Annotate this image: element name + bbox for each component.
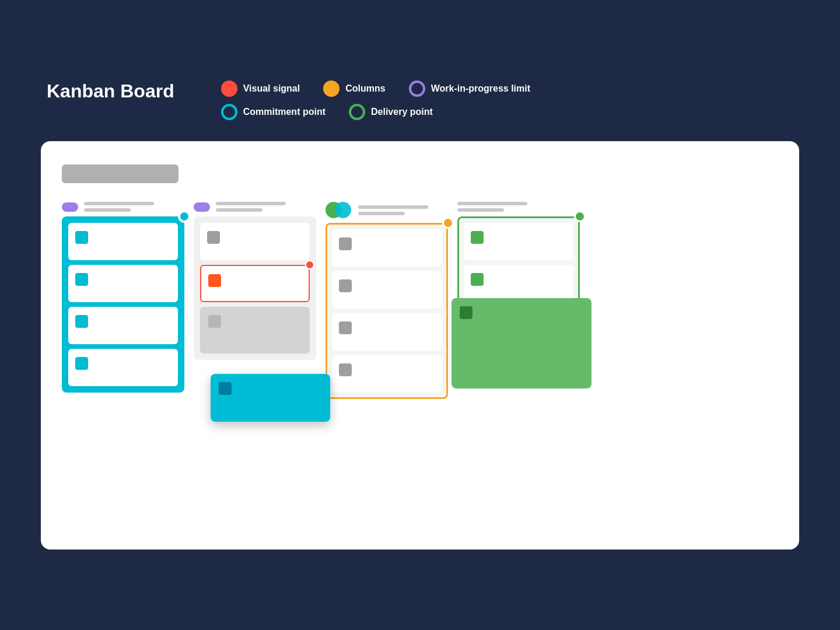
col2-badge — [194, 202, 210, 212]
card-1-3[interactable] — [68, 307, 178, 344]
board-container — [41, 141, 799, 550]
col3-dual-badge — [326, 202, 352, 218]
col3-line2 — [358, 212, 405, 215]
card-dot — [339, 237, 352, 250]
green-overlay-card — [452, 298, 592, 388]
wip-label: Work-in-progress limit — [431, 83, 530, 94]
commitment-label: Commitment point — [243, 107, 326, 117]
card-1-1[interactable] — [68, 223, 178, 260]
column-2 — [194, 216, 316, 360]
card-dot — [75, 231, 88, 244]
card-3-2[interactable] — [332, 271, 442, 309]
card-2-red[interactable] — [200, 265, 310, 302]
legend: Visual signal Columns Work-in-progress l… — [221, 80, 743, 127]
column-3-wrapper — [326, 202, 448, 399]
card-1-4[interactable] — [68, 349, 178, 386]
card-4-2[interactable] — [464, 265, 573, 302]
visual-signal-icon — [221, 80, 237, 97]
card-1-2[interactable] — [68, 265, 178, 302]
legend-delivery: Delivery point — [349, 104, 433, 120]
col4-title — [457, 202, 580, 212]
card-dot-orange — [208, 274, 221, 287]
card-3-1[interactable] — [332, 229, 442, 267]
col2-line1 — [216, 202, 286, 205]
delivery-label: Delivery point — [371, 107, 433, 117]
col1-title — [84, 202, 184, 212]
visual-signal-dot — [305, 260, 314, 270]
card-2-ghost — [200, 307, 310, 354]
column-4-wrapper — [457, 202, 580, 360]
card-3-4[interactable] — [332, 355, 442, 393]
legend-row-2: Commitment point Delivery point — [221, 104, 743, 120]
col3-circle-cyan — [335, 202, 351, 218]
commitment-point-marker — [178, 210, 191, 223]
col3-title — [358, 205, 448, 215]
commitment-icon — [221, 104, 237, 120]
columns-label: Columns — [345, 83, 385, 94]
col3-line1 — [358, 205, 428, 209]
col1-line2 — [84, 208, 131, 212]
column-3 — [326, 223, 448, 399]
legend-commitment: Commitment point — [221, 104, 326, 120]
card-dot — [75, 273, 88, 286]
card-dot — [208, 315, 221, 328]
column-1-wrapper — [62, 202, 184, 393]
legend-columns: Columns — [323, 80, 385, 97]
card-4-1[interactable] — [464, 223, 573, 260]
columns-icon — [323, 80, 340, 97]
column-1 — [62, 216, 184, 393]
col4-line2 — [457, 208, 504, 212]
page-title: Kanban Board — [47, 80, 174, 102]
col2-line2 — [216, 208, 262, 212]
card-dot — [339, 279, 352, 292]
page-container: Kanban Board Visual signal Columns Work-… — [41, 80, 799, 550]
card-dot — [471, 231, 484, 244]
column-1-header — [62, 202, 184, 212]
card-dot — [75, 357, 88, 370]
column-3-header — [326, 202, 448, 218]
card-2-1[interactable] — [200, 223, 310, 260]
card-dot — [207, 231, 220, 244]
legend-wip: Work-in-progress limit — [409, 80, 530, 97]
dragging-card-dot — [219, 382, 232, 395]
card-dot — [339, 363, 352, 376]
delivery-point-marker — [574, 211, 586, 222]
card-3-3[interactable] — [332, 313, 442, 351]
col1-line1 — [84, 202, 154, 205]
search-bar-placeholder — [62, 164, 178, 183]
card-dot — [75, 315, 88, 328]
col1-badge — [62, 202, 78, 212]
kanban-board — [62, 202, 778, 399]
column-2-header — [194, 202, 316, 212]
legend-visual-signal: Visual signal — [221, 80, 300, 97]
card-dot — [339, 321, 352, 334]
green-overlay-dot — [460, 306, 473, 319]
wip-icon — [409, 80, 425, 97]
legend-row-1: Visual signal Columns Work-in-progress l… — [221, 80, 743, 97]
delivery-icon — [349, 104, 365, 120]
columns-marker — [442, 217, 454, 229]
card-dot — [471, 273, 484, 286]
column-4-header — [457, 202, 580, 212]
col4-line1 — [457, 202, 527, 205]
dragging-card — [211, 374, 330, 422]
col2-title — [216, 202, 316, 212]
column-2-wrapper — [194, 202, 316, 360]
visual-signal-label: Visual signal — [243, 83, 300, 94]
header: Kanban Board Visual signal Columns Work-… — [41, 80, 799, 127]
